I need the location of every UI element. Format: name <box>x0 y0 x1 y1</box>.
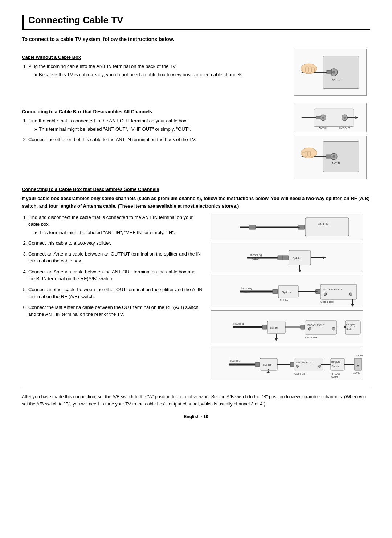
list-item: Connect the other end of this cable to t… <box>28 136 283 143</box>
diagram-ant-out: ANT IN ANT OUT <box>294 103 367 132</box>
diagram-step3: Splitter IN CABLE OUT Cable Box <box>211 275 363 307</box>
svg-point-105 <box>357 365 359 367</box>
diagram-step1: ANT IN <box>211 214 363 240</box>
svg-text:cable: cable <box>232 363 238 366</box>
svg-rect-8 <box>306 67 309 72</box>
svg-rect-50 <box>278 256 283 260</box>
svg-text:Splitter: Splitter <box>270 326 279 329</box>
svg-point-16 <box>344 117 346 119</box>
svg-rect-94 <box>294 358 323 371</box>
page-number: English - 10 <box>22 414 370 419</box>
list-item: Connect another cable between the other … <box>28 286 203 300</box>
svg-rect-103 <box>354 358 362 370</box>
section3-warning: If your cable box descrambles only some … <box>22 195 370 210</box>
intro-text: To connect to a cable TV system, follow … <box>22 36 370 42</box>
svg-point-96 <box>296 365 299 367</box>
svg-text:Cable Box: Cable Box <box>320 300 334 303</box>
svg-text:Switch: Switch <box>332 365 339 367</box>
svg-text:cable: cable <box>243 290 250 293</box>
svg-rect-41 <box>282 256 289 260</box>
svg-text:ANT IN: ANT IN <box>332 78 340 81</box>
svg-text:Cable Box: Cable Box <box>294 372 306 375</box>
svg-text:IN  CABLE  OUT: IN CABLE OUT <box>296 361 314 364</box>
svg-rect-99 <box>331 358 344 370</box>
svg-text:Incoming: Incoming <box>230 359 240 362</box>
svg-point-59 <box>324 293 327 296</box>
svg-text:ANT IN: ANT IN <box>353 372 360 374</box>
svg-text:RF (A/B): RF (A/B) <box>331 361 340 364</box>
svg-text:Switch: Switch <box>331 376 339 378</box>
svg-rect-31 <box>308 151 311 156</box>
svg-text:cable: cable <box>252 257 259 261</box>
svg-text:Splitter: Splitter <box>263 363 271 366</box>
list-item: Connect this cable to a two-way splitter… <box>28 240 203 247</box>
svg-marker-19 <box>355 116 358 119</box>
svg-text:ANT IN: ANT IN <box>332 162 340 164</box>
svg-point-24 <box>332 155 335 158</box>
section1-title: Cable without a Cable Box <box>22 54 283 60</box>
section3-title: Connecting to a Cable Box that Descrambl… <box>22 187 370 192</box>
svg-text:Incoming: Incoming <box>241 286 252 290</box>
svg-rect-33 <box>305 218 349 236</box>
svg-text:Incoming: Incoming <box>233 322 244 325</box>
list-item: Connect the last Antenna cable between t… <box>28 304 203 318</box>
list-item: Find and disconnect the cable that is co… <box>28 214 203 236</box>
svg-text:ANT IN: ANT IN <box>318 222 328 226</box>
diagram-cable-tv-connect: ANT IN <box>294 136 367 179</box>
svg-text:Splitter: Splitter <box>282 290 291 294</box>
svg-point-60 <box>349 293 352 296</box>
svg-rect-52 <box>273 289 278 294</box>
svg-point-2 <box>332 71 335 74</box>
step-note: Because this TV is cable-ready, you do n… <box>28 71 283 78</box>
footer-text: After you have made this connection, set… <box>22 388 370 408</box>
svg-rect-27 <box>326 155 331 158</box>
svg-rect-29 <box>302 152 305 156</box>
svg-rect-69 <box>262 325 267 329</box>
svg-point-77 <box>332 327 335 330</box>
diagram-step2: Splitter Incoming cable <box>211 243 363 272</box>
svg-marker-64 <box>351 304 354 307</box>
svg-point-13 <box>322 117 324 119</box>
list-item: Connect an Antenna cable between the ANT… <box>28 268 203 282</box>
svg-rect-79 <box>345 321 360 334</box>
svg-text:Splitter: Splitter <box>280 299 289 302</box>
svg-point-76 <box>308 327 311 330</box>
svg-rect-89 <box>255 362 260 367</box>
section2-title: Connecting to a Cable Box that Descrambl… <box>22 109 283 114</box>
svg-text:ANT OUT: ANT OUT <box>339 127 350 130</box>
list-item: Find the cable that is connected to the … <box>28 117 283 133</box>
svg-text:TV Rear: TV Rear <box>354 354 363 357</box>
svg-text:Incoming: Incoming <box>250 253 262 257</box>
svg-text:IN  CABLE  OUT: IN CABLE OUT <box>307 324 325 326</box>
step-note: This terminal might be labeled "ANT IN",… <box>28 229 203 236</box>
svg-text:cable: cable <box>235 326 241 329</box>
svg-rect-7 <box>302 68 305 72</box>
svg-rect-21 <box>316 116 320 119</box>
svg-rect-57 <box>320 284 357 299</box>
svg-marker-45 <box>323 256 326 259</box>
list-item: Plug the incoming cable into the ANT IN … <box>28 63 283 78</box>
page-title: Connecting Cable TV <box>22 15 370 30</box>
svg-text:RF (A/B): RF (A/B) <box>331 372 340 375</box>
svg-rect-37 <box>249 225 256 229</box>
svg-rect-30 <box>305 151 308 156</box>
svg-text:Cable Box: Cable Box <box>305 336 317 339</box>
svg-rect-32 <box>311 152 313 156</box>
svg-marker-47 <box>298 270 301 272</box>
svg-rect-5 <box>327 70 332 74</box>
step-note: This terminal might be labeled "ANT OUT"… <box>28 126 283 133</box>
svg-marker-112 <box>267 370 270 373</box>
svg-rect-10 <box>312 68 315 72</box>
svg-point-97 <box>319 365 321 367</box>
svg-rect-93 <box>290 362 294 367</box>
svg-text:ANT IN: ANT IN <box>319 127 327 130</box>
svg-text:RF (A/B): RF (A/B) <box>346 324 355 327</box>
svg-text:Switch: Switch <box>346 328 354 330</box>
svg-rect-9 <box>309 67 312 72</box>
svg-marker-84 <box>275 338 278 341</box>
diagram-ant-in: ANT IN <box>294 49 367 96</box>
svg-text:IN  CABLE  OUT: IN CABLE OUT <box>323 288 343 291</box>
diagram-step4: Splitter IN CABLE OUT RF (A/B) Switch <box>211 310 363 343</box>
svg-text:Splitter: Splitter <box>293 257 302 260</box>
diagram-column: ANT IN <box>211 214 370 380</box>
